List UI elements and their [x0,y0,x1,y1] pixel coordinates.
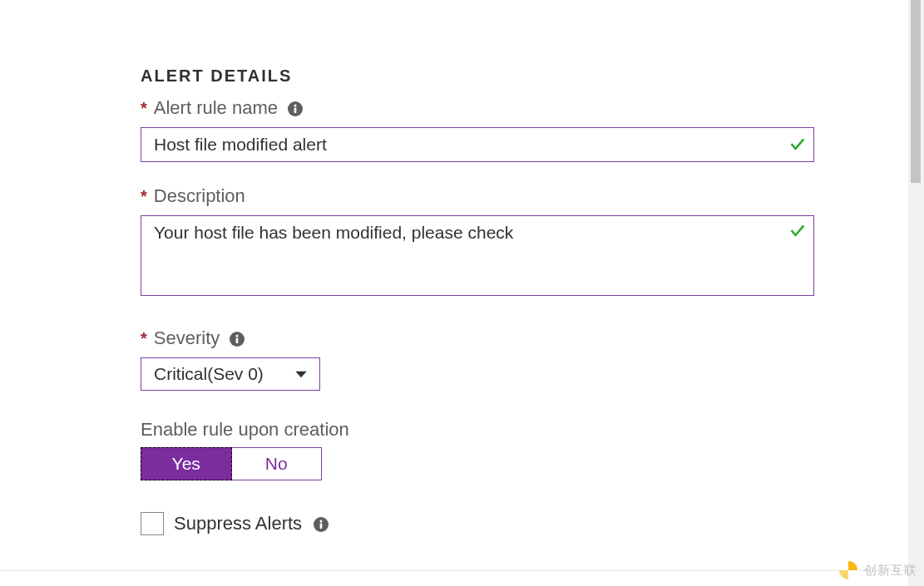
svg-rect-5 [236,337,239,343]
field-alert-rule-name: * Alert rule name [141,97,814,162]
alert-name-label: Alert rule name [154,97,278,119]
vertical-scrollbar[interactable] [908,0,924,586]
info-icon[interactable] [288,101,303,116]
severity-selected-value: Critical(Sev 0) [154,364,264,384]
svg-rect-2 [294,107,297,113]
alert-name-input[interactable] [141,127,814,162]
watermark-text: 创新互联 [864,563,917,579]
watermark-logo-icon [838,559,859,581]
severity-select[interactable]: Critical(Sev 0) [141,357,320,391]
info-icon[interactable] [314,517,329,532]
suppress-alerts-label: Suppress Alerts [174,513,302,534]
chevron-down-icon [293,366,309,382]
required-asterisk: * [141,100,147,116]
svg-point-7 [320,520,323,522]
check-icon [789,223,806,239]
field-suppress-alerts: Suppress Alerts [141,512,814,535]
info-icon[interactable] [230,332,245,347]
section-title: ALERT DETAILS [141,66,814,86]
watermark: 创新互联 [838,559,917,581]
svg-point-1 [294,104,296,106]
field-description: * Description [141,185,814,299]
required-asterisk: * [141,188,147,204]
alert-details-form: ALERT DETAILS * Alert rule name * Descr [141,66,814,535]
check-icon [789,136,806,153]
description-input-wrap [141,215,814,299]
enable-rule-yes-button[interactable]: Yes [141,447,232,480]
description-label: Description [154,185,245,207]
alert-name-input-wrap [141,127,814,162]
suppress-alerts-checkbox[interactable] [141,512,164,535]
field-enable-rule: Enable rule upon creation Yes No [141,419,814,480]
enable-rule-label: Enable rule upon creation [141,419,814,441]
svg-point-4 [236,334,239,337]
label-row: * Alert rule name [141,97,814,119]
svg-rect-8 [320,523,323,529]
severity-label: Severity [154,327,220,349]
required-asterisk: * [141,330,147,347]
enable-rule-toggle: Yes No [141,447,322,480]
field-severity: * Severity Critical(Sev 0) [141,327,814,391]
description-textarea[interactable] [141,215,814,296]
label-row: * Description [141,185,814,207]
form-panel: ALERT DETAILS * Alert rule name * Descr [0,0,908,571]
label-row: * Severity [141,327,814,349]
enable-rule-no-button[interactable]: No [232,447,323,480]
